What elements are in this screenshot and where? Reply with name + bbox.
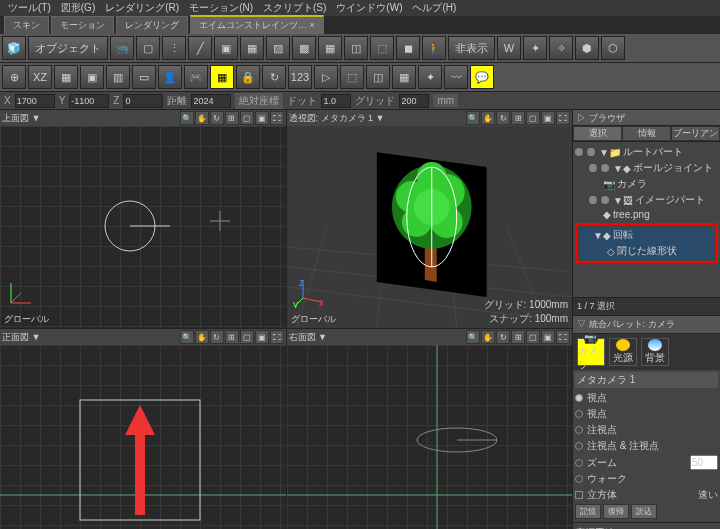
pick3-icon[interactable]: ▦ [392, 65, 416, 89]
palette-light[interactable]: 光源 [609, 338, 637, 366]
tree-item-imagepart[interactable]: ▼🖼 イメージパート [575, 192, 718, 208]
vp-icon[interactable]: ⊞ [225, 330, 239, 344]
restore-button[interactable]: 復帰 [603, 504, 629, 519]
vp-icon[interactable]: ✋ [195, 111, 209, 125]
viewport-front-title[interactable]: 正面図 ▼ [2, 331, 40, 344]
vp-icon[interactable]: ▢ [240, 111, 254, 125]
viewport-top-title[interactable]: 上面図 ▼ [2, 112, 40, 125]
num-icon[interactable]: 123 [288, 65, 312, 89]
browser-tab-bool[interactable]: ブーリアン [671, 126, 720, 141]
tool-d-icon[interactable]: ⬡ [601, 36, 625, 60]
pick1-icon[interactable]: ⬚ [340, 65, 364, 89]
opt-walk[interactable]: ウォーク [575, 471, 718, 487]
head-icon[interactable]: 👤 [158, 65, 182, 89]
y-input[interactable] [69, 94, 109, 108]
palette-background[interactable]: 背景 [641, 338, 669, 366]
menu-tool[interactable]: ツール(T) [4, 0, 55, 17]
xz-icon[interactable]: XZ [28, 65, 52, 89]
viewport-perspective[interactable]: 透視図: メタカメラ 1 ▼ 🔍✋↻⊞▢▣⛶ [287, 110, 573, 328]
walk-icon[interactable]: 🚶 [422, 36, 446, 60]
opt-target[interactable]: 注視点 [575, 422, 718, 438]
vp-icon[interactable]: 🔍 [466, 330, 480, 344]
tree-item-root[interactable]: ▼📁 ルートパート [575, 144, 718, 160]
grid2-icon[interactable]: ▨ [266, 36, 290, 60]
vp-icon[interactable]: ↻ [496, 330, 510, 344]
x-input[interactable] [15, 94, 55, 108]
viewport-right-title[interactable]: 右面図 ▼ [289, 331, 327, 344]
tree-item-camera[interactable]: 📷 カメラ [575, 176, 718, 192]
vp-icon[interactable]: ↻ [496, 111, 510, 125]
dot-input[interactable] [321, 94, 351, 108]
z-input[interactable] [123, 94, 163, 108]
vp-icon[interactable]: ▣ [541, 111, 555, 125]
edge-icon[interactable]: ╱ [188, 36, 212, 60]
vp-icon[interactable]: ✋ [195, 330, 209, 344]
grid1-icon[interactable]: ▦ [240, 36, 264, 60]
vp-icon[interactable]: ⛶ [270, 111, 284, 125]
play-icon[interactable]: ▷ [314, 65, 338, 89]
tool-a-icon[interactable]: ✦ [523, 36, 547, 60]
tab-motion[interactable]: モーション [51, 16, 114, 34]
snap-toggle-icon[interactable]: ▦ [210, 65, 234, 89]
viewport-top[interactable]: 上面図 ▼ 🔍✋↻⊞▢▣⛶ グローバル [0, 110, 286, 328]
camera-icon[interactable]: 📹 [110, 36, 134, 60]
vp-icon[interactable]: ⛶ [556, 330, 570, 344]
sel3-icon[interactable]: ▥ [106, 65, 130, 89]
vp-icon[interactable]: ⛶ [270, 330, 284, 344]
face-icon[interactable]: ▣ [214, 36, 238, 60]
palette-header[interactable]: ▽ 統合パレット: カメラ [573, 316, 720, 334]
vp-icon[interactable]: ▢ [526, 330, 540, 344]
vp-icon[interactable]: ⊞ [225, 111, 239, 125]
tool-c-icon[interactable]: ⬢ [575, 36, 599, 60]
viewport-front[interactable]: 正面図 ▼ 🔍✋↻⊞▢▣⛶ [0, 329, 286, 529]
tree-item-balljoint[interactable]: ▼◆ ボールジョイント [575, 160, 718, 176]
vp-icon[interactable]: ✋ [481, 330, 495, 344]
grid3-icon[interactable]: ▩ [292, 36, 316, 60]
browser-header[interactable]: ▷ ブラウザ [573, 110, 720, 126]
vp-icon[interactable]: ⊞ [511, 330, 525, 344]
vp-icon[interactable]: ⛶ [556, 111, 570, 125]
tab-aim-constraints[interactable]: エイムコンストレインツ… × [190, 15, 324, 34]
lock-icon[interactable]: 🔒 [236, 65, 260, 89]
tree-item-treepng[interactable]: ◆ tree.png [575, 208, 718, 221]
vp-icon[interactable]: ▣ [255, 111, 269, 125]
sel1-icon[interactable]: ▦ [54, 65, 78, 89]
vp-icon[interactable]: 🔍 [180, 330, 194, 344]
vp-icon[interactable]: ▢ [526, 111, 540, 125]
xyz-icon[interactable]: ⊕ [2, 65, 26, 89]
vp-icon[interactable]: ↻ [210, 330, 224, 344]
menu-render[interactable]: レンダリング(R) [101, 0, 183, 17]
tool-w-icon[interactable]: W [497, 36, 521, 60]
opt-viewpoint2[interactable]: 視点 [575, 406, 718, 422]
tab-skin[interactable]: スキン [4, 16, 49, 34]
opt-viewpoint[interactable]: 視点 [575, 390, 718, 406]
tree-item-rotation[interactable]: ▼◆ 回転 [579, 227, 714, 243]
opt-target2[interactable]: 注視点 & 注視点 [575, 438, 718, 454]
vp-icon[interactable]: ▣ [541, 330, 555, 344]
cube2-icon[interactable]: ◫ [344, 36, 368, 60]
vp-icon[interactable]: ✋ [481, 111, 495, 125]
viewport-persp-title[interactable]: 透視図: メタカメラ 1 ▼ [289, 112, 385, 125]
load-button[interactable]: 読込 [631, 504, 657, 519]
scene-tree[interactable]: ▼📁 ルートパート ▼◆ ボールジョイント 📷 カメラ ▼🖼 イメージパート ◆… [573, 142, 720, 297]
curve-icon[interactable]: 〰 [444, 65, 468, 89]
rect-icon[interactable]: ▭ [132, 65, 156, 89]
dist-input[interactable] [191, 94, 231, 108]
tree-item-closedline[interactable]: ◇ 閉じた線形状 [579, 243, 714, 259]
pick4-icon[interactable]: ✦ [418, 65, 442, 89]
grid4-icon[interactable]: ▦ [318, 36, 342, 60]
object-button[interactable]: オブジェクト [28, 36, 108, 60]
coord-mode[interactable]: 絶対座標 [235, 93, 283, 109]
select-icon[interactable]: ▢ [136, 36, 160, 60]
cube-icon[interactable]: 🧊 [2, 36, 26, 60]
browser-tab-info[interactable]: 情報 [622, 126, 671, 141]
vp-icon[interactable]: ▢ [240, 330, 254, 344]
vr-icon[interactable]: 🎮 [184, 65, 208, 89]
menu-shape[interactable]: 図形(G) [57, 0, 99, 17]
palette-camera[interactable]: 📷カメラ [577, 338, 605, 366]
unit-label[interactable]: mm [433, 94, 458, 107]
vp-icon[interactable]: ⊞ [511, 111, 525, 125]
hide-button[interactable]: 非表示 [448, 36, 495, 60]
vp-icon[interactable]: ▣ [255, 330, 269, 344]
vertex-icon[interactable]: ⋮ [162, 36, 186, 60]
